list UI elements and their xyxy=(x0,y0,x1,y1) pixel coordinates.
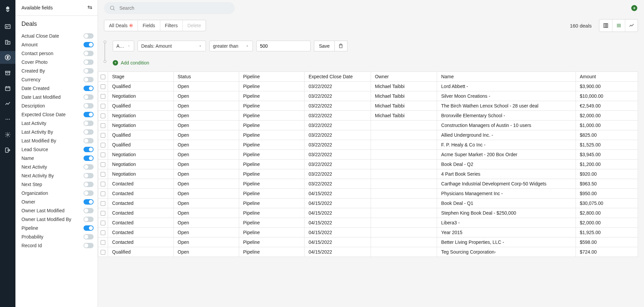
row-checkbox[interactable] xyxy=(101,123,105,128)
table-row[interactable]: ContactedOpenPipeline04/15/2022Year 2015… xyxy=(98,228,638,237)
row-checkbox[interactable] xyxy=(101,162,105,167)
filter-logic-select[interactable]: A… xyxy=(113,41,134,51)
filter-save-button[interactable]: Save xyxy=(314,41,335,51)
cell-amount: $30,075.00 xyxy=(576,199,638,208)
nav-settings[interactable] xyxy=(0,128,15,141)
table-row[interactable]: NegotiationOpenPipeline03/22/2022Michael… xyxy=(98,91,638,101)
select-all-checkbox[interactable] xyxy=(101,75,105,79)
row-checkbox[interactable] xyxy=(101,211,105,216)
row-checkbox[interactable] xyxy=(101,94,105,99)
row-checkbox[interactable] xyxy=(101,182,105,186)
field-toggle[interactable] xyxy=(84,42,94,47)
row-checkbox[interactable] xyxy=(101,133,105,138)
filter-operator-select[interactable]: greater than xyxy=(209,41,253,51)
row-checkbox[interactable] xyxy=(101,230,105,235)
search-box[interactable] xyxy=(104,2,235,14)
filter-value-input[interactable] xyxy=(260,43,307,49)
view-card-button[interactable] xyxy=(599,19,612,32)
table-row[interactable]: NegotiationOpenPipeline03/22/2022Michael… xyxy=(98,111,638,121)
field-toggle[interactable] xyxy=(84,164,94,170)
table-row[interactable]: ContactedOpenPipeline04/15/2022Physician… xyxy=(98,189,638,199)
col-status[interactable]: Status xyxy=(173,72,239,82)
field-toggle[interactable] xyxy=(84,33,94,39)
table-row[interactable]: QualifiedOpenPipeline03/22/2022Michael T… xyxy=(98,101,638,111)
row-checkbox[interactable] xyxy=(101,191,105,196)
chip-all-deals[interactable]: All Deals xyxy=(104,20,138,31)
filter-delete-button[interactable] xyxy=(335,41,347,51)
row-checkbox[interactable] xyxy=(101,152,105,157)
table-row[interactable]: ContactedOpenPipeline04/15/2022Better Li… xyxy=(98,237,638,247)
field-toggle[interactable] xyxy=(84,86,94,91)
col-name[interactable]: Name xyxy=(437,72,576,82)
row-checkbox[interactable] xyxy=(101,221,105,225)
table-row[interactable]: QualifiedOpenPipeline03/22/2022F. P. Hea… xyxy=(98,140,638,150)
nav-organizations[interactable] xyxy=(0,36,15,48)
field-toggle[interactable] xyxy=(84,208,94,213)
row-checkbox[interactable] xyxy=(101,104,105,108)
table-row[interactable]: ContactedOpenPipeline03/22/2022Carthage … xyxy=(98,179,638,189)
field-toggle[interactable] xyxy=(84,51,94,56)
col-pipeline[interactable]: Pipeline xyxy=(239,72,304,82)
deals-table-wrap[interactable]: Stage Status Pipeline Expected Close Dat… xyxy=(98,72,638,307)
field-toggle[interactable] xyxy=(84,156,94,161)
field-toggle[interactable] xyxy=(84,225,94,231)
row-checkbox[interactable] xyxy=(101,143,105,147)
field-toggle[interactable] xyxy=(84,173,94,178)
table-row[interactable]: NegotiationOpenPipeline03/22/2022Constru… xyxy=(98,121,638,130)
nav-more[interactable] xyxy=(0,113,15,126)
search-input[interactable] xyxy=(119,5,229,11)
nav-calendar[interactable] xyxy=(0,82,15,95)
row-checkbox[interactable] xyxy=(101,172,105,177)
field-toggle[interactable] xyxy=(84,182,94,187)
nav-reports[interactable] xyxy=(0,97,15,110)
table-row[interactable]: NegotiationOpenPipeline03/22/2022Acme Su… xyxy=(98,150,638,160)
field-toggle[interactable] xyxy=(84,103,94,108)
field-toggle[interactable] xyxy=(84,138,94,143)
field-toggle[interactable] xyxy=(84,199,94,205)
field-toggle[interactable] xyxy=(84,217,94,222)
field-toggle[interactable] xyxy=(84,59,94,65)
view-list-button[interactable] xyxy=(612,19,625,32)
field-toggle[interactable] xyxy=(84,234,94,239)
table-row[interactable]: NegotiationOpenPipeline03/22/2022Book De… xyxy=(98,160,638,169)
col-stage[interactable]: Stage xyxy=(108,72,173,82)
filter-field-select[interactable]: Deals: Amount xyxy=(138,41,206,51)
col-amount[interactable]: Amount xyxy=(576,72,638,82)
table-row[interactable]: ContactedOpenPipeline04/15/2022Libera3 -… xyxy=(98,218,638,228)
table-row[interactable]: ContactedOpenPipeline04/15/2022Stephen K… xyxy=(98,208,638,218)
row-checkbox[interactable] xyxy=(101,201,105,206)
table-row[interactable]: QualifiedOpenPipeline04/15/2022Teg Sourc… xyxy=(98,247,638,257)
add-button[interactable] xyxy=(631,5,637,11)
add-condition-button[interactable]: + Add condition xyxy=(113,60,638,65)
field-toggle[interactable] xyxy=(84,243,94,248)
table-row[interactable]: ContactedOpenPipeline04/15/2022Book Deal… xyxy=(98,199,638,208)
table-row[interactable]: QualifiedOpenPipeline03/22/2022Michael T… xyxy=(98,82,638,91)
swap-icon[interactable] xyxy=(87,4,93,11)
field-toggle[interactable] xyxy=(84,94,94,100)
svg-point-1 xyxy=(6,26,7,27)
row-checkbox[interactable] xyxy=(101,250,105,255)
view-chart-button[interactable] xyxy=(625,19,638,32)
nav-logout[interactable] xyxy=(0,144,15,157)
row-checkbox[interactable] xyxy=(101,84,105,89)
nav-archive[interactable] xyxy=(0,67,15,79)
chip-filters[interactable]: Filters xyxy=(160,20,182,31)
field-toggle[interactable] xyxy=(84,147,94,152)
field-toggle[interactable] xyxy=(84,129,94,135)
nav-contacts[interactable] xyxy=(0,20,15,33)
row-checkbox[interactable] xyxy=(101,114,105,118)
col-owner[interactable]: Owner xyxy=(371,72,437,82)
nav-deals[interactable] xyxy=(0,51,15,64)
field-toggle[interactable] xyxy=(84,77,94,82)
field-toggle[interactable] xyxy=(84,121,94,126)
close-icon[interactable] xyxy=(129,24,133,27)
col-expected-close-date[interactable]: Expected Close Date xyxy=(304,72,371,82)
field-toggle[interactable] xyxy=(84,112,94,117)
chip-fields[interactable]: Fields xyxy=(138,20,160,31)
field-toggle[interactable] xyxy=(84,190,94,196)
app-logo[interactable] xyxy=(0,3,15,15)
table-row[interactable]: NegotiationOpenPipeline03/22/20224 Part … xyxy=(98,169,638,179)
table-row[interactable]: QualifiedOpenPipeline03/22/2022Allied Un… xyxy=(98,130,638,140)
row-checkbox[interactable] xyxy=(101,240,105,245)
field-toggle[interactable] xyxy=(84,68,94,74)
